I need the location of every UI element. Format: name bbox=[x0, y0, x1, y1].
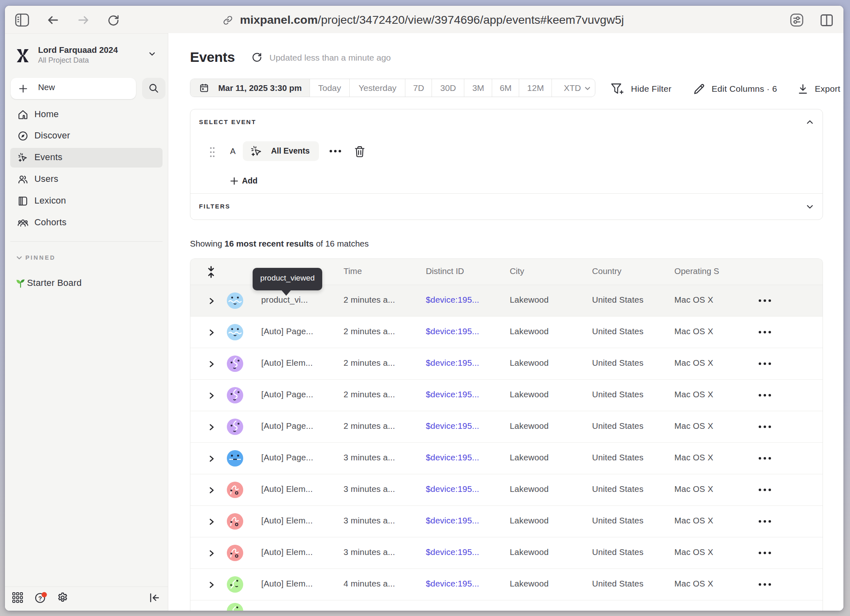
svg-text:?: ? bbox=[38, 595, 42, 602]
